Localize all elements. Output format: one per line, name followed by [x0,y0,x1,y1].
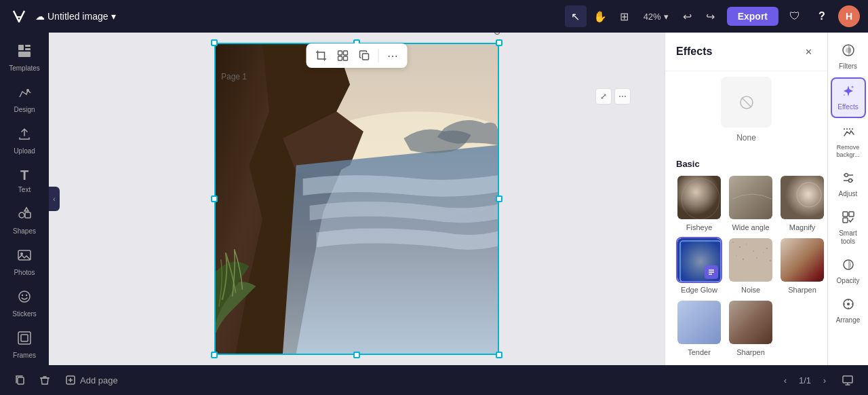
wide-angle-thumb [728,174,774,221]
sidebar-item-shapes[interactable]: Shapes [4,201,45,241]
filters-icon [842,43,855,60]
selected-element[interactable]: ↻ [214,43,499,355]
expand-button[interactable]: ⤢ [595,88,612,105]
svg-rect-58 [849,212,854,217]
undo-redo-group: ↩ ↪ [677,5,722,27]
grid-button[interactable] [334,46,353,65]
avatar-button[interactable]: H [838,5,860,27]
templates-label: Templates [9,64,40,73]
present-button[interactable] [838,371,857,390]
edge-glow-thumb [676,237,722,283]
far-right-adjust[interactable]: Adjust [831,166,866,204]
panel-close-button[interactable]: ✕ [800,43,816,60]
zoom-control[interactable]: 42% ▾ [638,5,674,27]
redo-button[interactable]: ↪ [700,5,722,27]
svg-rect-33 [729,238,772,282]
svg-rect-26 [781,176,824,219]
svg-point-62 [847,303,850,305]
select-tool[interactable]: ↖ [565,5,587,27]
far-right-remove-bg[interactable]: Remove backgr... [831,119,866,164]
cloud-icon: ☁ [35,11,45,22]
sidebar-item-templates[interactable]: Templates [4,38,45,78]
effect-edge-glow[interactable]: Edge Glow [676,237,722,294]
canvas-area: ⋯ Page 1 ⤢ ⋯ [49,33,665,365]
sidebar-item-stickers[interactable]: Stickers [4,284,45,324]
resize-handle-bm[interactable] [353,352,360,358]
delete-page-button[interactable] [35,371,54,390]
upload-icon [17,126,32,145]
sidebar-item-frames[interactable]: Frames [4,325,45,365]
svg-point-11 [26,295,27,296]
layout-tool[interactable]: ⊞ [614,5,635,27]
effect-sharpen2[interactable]: Sharpen [728,299,774,356]
edge-glow-label: Edge Glow [681,286,717,294]
page-label: Page 1 [221,72,247,81]
resize-handle-tr[interactable] [496,39,502,46]
effects-icon [842,84,855,101]
sharpen-label: Sharpen [788,286,816,294]
title-chevron: ▾ [111,11,116,22]
app-logo[interactable] [8,5,30,27]
undo-button[interactable]: ↩ [677,5,698,27]
far-right-toolbar: Filters Effects Remove backgr... [827,33,868,365]
more-options-button[interactable]: ⋯ [383,46,402,65]
sidebar-item-design[interactable]: Design [4,79,45,119]
resize-handle-mr[interactable] [496,195,502,202]
svg-point-52 [844,94,845,96]
svg-rect-18 [363,54,369,60]
tender-thumb [676,299,722,345]
sidebar-item-text[interactable]: T Text [4,162,45,200]
effect-wide-angle[interactable]: Wide angle [728,174,774,231]
arrange-icon [842,297,855,314]
duplicate-button[interactable] [355,46,374,65]
next-page-button[interactable]: › [816,372,833,388]
prev-page-button[interactable]: ‹ [777,372,793,388]
far-right-smart-tools[interactable]: Smart tools [831,205,866,251]
crop-button[interactable] [312,46,331,65]
wide-angle-label: Wide angle [732,223,769,231]
svg-point-10 [22,295,23,296]
sidebar-item-photos[interactable]: Photos [4,242,45,282]
rotate-handle[interactable]: ↻ [492,33,502,37]
filters-label: Filters [839,62,857,71]
arrange-label: Arrange [836,316,861,324]
svg-rect-39 [766,248,768,249]
sidebar-item-upload[interactable]: Upload [4,121,45,161]
effect-fisheye[interactable]: Fisheye [676,174,722,231]
resize-handle-br[interactable] [496,352,502,358]
far-right-opacity[interactable]: Opacity [831,252,866,290]
opacity-label: Opacity [837,277,860,285]
sidebar-collapse-button[interactable]: ‹ [49,187,60,211]
effects-label: Effects [837,103,858,111]
far-right-arrange[interactable]: Arrange [831,292,866,330]
hand-tool[interactable]: ✋ [589,5,611,27]
svg-rect-34 [732,242,734,243]
effect-magnify[interactable]: Magnify [779,174,825,231]
zoom-chevron: ▾ [664,12,669,22]
magnify-thumb [779,174,825,221]
export-button[interactable]: Export [727,7,778,26]
none-effect[interactable]: None [665,71,827,153]
help-button[interactable]: ? [811,5,833,27]
far-right-filters[interactable]: Filters [831,38,866,76]
svg-rect-42 [749,253,751,255]
resize-handle-bl[interactable] [211,352,218,358]
toolbar-divider [378,49,379,62]
adjust-label: Adjust [839,190,858,198]
add-page-button[interactable]: Add page [60,372,123,388]
far-right-effects[interactable]: Effects [831,77,866,118]
main-area: Templates Design Upload T Text [0,33,868,365]
text-label: Text [18,186,31,194]
page-navigation: ‹ 1/1 › [777,372,833,388]
resize-handle-ml[interactable] [211,195,218,202]
svg-line-22 [742,98,751,107]
duplicate-page-button[interactable] [11,371,30,390]
resize-handle-tl[interactable] [211,39,218,46]
document-title[interactable]: ☁ Untitled image ▾ [35,11,116,22]
context-menu-button[interactable]: ⋯ [614,88,631,105]
effect-tender[interactable]: Tender [676,299,722,356]
shield-button[interactable]: 🛡 [784,5,806,27]
effect-noise[interactable]: Noise [728,237,774,294]
effect-sharpen[interactable]: Sharpen [779,237,825,294]
svg-rect-16 [338,56,342,60]
